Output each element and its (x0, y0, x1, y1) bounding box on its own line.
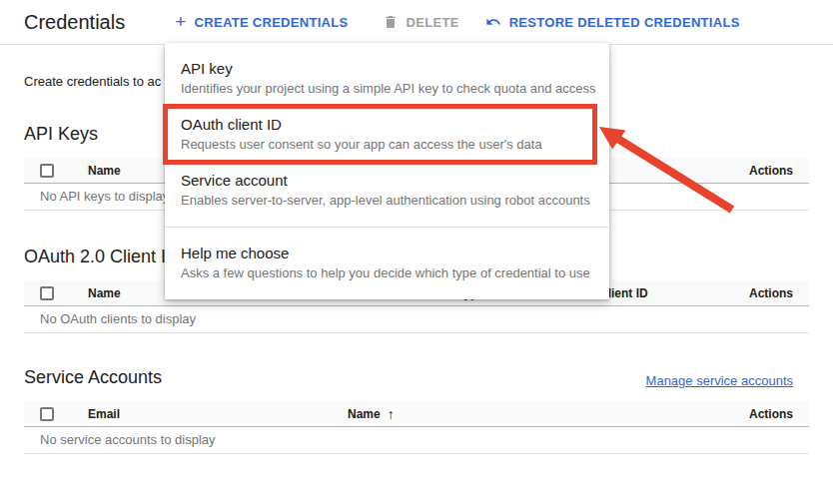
select-all-checkbox[interactable] (40, 286, 54, 300)
checkbox-icon[interactable] (40, 407, 54, 421)
select-all-checkbox[interactable] (40, 407, 54, 421)
column-header-actions: Actions (749, 407, 793, 421)
column-header-email[interactable]: Email (88, 407, 120, 421)
create-credentials-label: CREATE CREDENTIALS (195, 15, 349, 30)
menu-item-description: Identifies your project using a simple A… (181, 80, 593, 98)
menu-item-title: OAuth client ID (181, 115, 593, 135)
menu-item-oauth-client-id[interactable]: OAuth client ID Requests user consent so… (165, 107, 609, 163)
column-header-name[interactable]: Name ↑ (348, 406, 395, 422)
name-label: Name (348, 407, 381, 421)
undo-arrow-icon (485, 14, 501, 30)
service-accounts-section-title: Service Accounts (24, 367, 162, 388)
service-accounts-table-header: Email Name ↑ Actions (24, 401, 809, 427)
create-credentials-button[interactable]: + CREATE CREDENTIALS (171, 9, 352, 36)
delete-button[interactable]: DELETE (379, 8, 463, 36)
column-header-name[interactable]: Name (88, 286, 121, 300)
menu-divider (165, 227, 609, 228)
service-accounts-empty-row: No service accounts to display (24, 427, 809, 454)
service-accounts-header-row: Service Accounts Manage service accounts (24, 367, 809, 388)
checkbox-icon[interactable] (40, 164, 54, 178)
manage-service-accounts-link[interactable]: Manage service accounts (646, 373, 793, 388)
create-credentials-menu: API key Identifies your project using a … (165, 43, 609, 299)
select-all-checkbox[interactable] (40, 164, 54, 178)
menu-item-title: API key (181, 59, 593, 79)
column-header-name[interactable]: Name (88, 164, 121, 178)
checkbox-icon[interactable] (40, 286, 54, 300)
page-title: Credentials (24, 11, 125, 34)
plus-icon: + (175, 15, 186, 29)
menu-item-title: Service account (181, 171, 593, 191)
menu-item-description: Enables server-to-server, app-level auth… (181, 192, 593, 210)
restore-deleted-credentials-button[interactable]: RESTORE DELETED CREDENTIALS (481, 8, 744, 36)
menu-item-api-key[interactable]: API key Identifies your project using a … (165, 51, 609, 107)
menu-item-service-account[interactable]: Service account Enables server-to-server… (165, 163, 609, 219)
restore-label: RESTORE DELETED CREDENTIALS (509, 15, 740, 30)
menu-item-description: Asks a few questions to help you decide … (181, 264, 593, 282)
sort-ascending-icon[interactable]: ↑ (388, 406, 395, 422)
menu-item-help-me-choose[interactable]: Help me choose Asks a few questions to h… (165, 236, 609, 291)
menu-item-title: Help me choose (181, 244, 593, 263)
service-accounts-table: Email Name ↑ Actions No service accounts… (24, 401, 809, 454)
menu-item-description: Requests user consent so your app can ac… (181, 136, 593, 154)
delete-label: DELETE (407, 15, 459, 30)
oauth-empty-row: No OAuth clients to display (24, 306, 809, 333)
column-header-actions: Actions (749, 164, 793, 178)
column-header-actions: Actions (749, 286, 793, 300)
trash-icon (383, 14, 399, 30)
page-header: Credentials + CREATE CREDENTIALS DELETE … (0, 0, 833, 45)
